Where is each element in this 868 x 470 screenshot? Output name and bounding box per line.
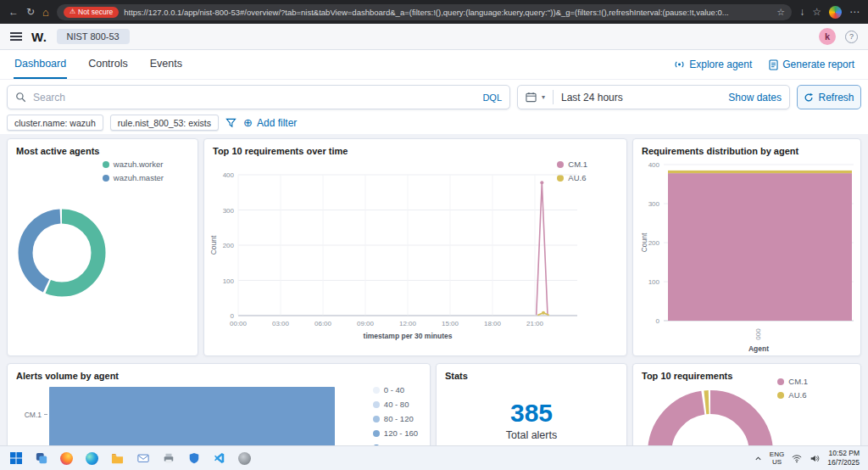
- refresh-label: Refresh: [818, 92, 854, 104]
- dashboard: Most active agents wazuh.workerwazuh.mas…: [0, 134, 868, 470]
- user-avatar[interactable]: k: [819, 28, 836, 45]
- svg-text:15:00: 15:00: [442, 320, 459, 327]
- explore-agent-label: Explore agent: [689, 59, 752, 70]
- legend-label: 40 - 80: [384, 400, 409, 409]
- svg-text:06:00: 06:00: [314, 320, 332, 327]
- language-indicator[interactable]: ENGUS: [770, 450, 784, 466]
- requirements-over-time-line-chart[interactable]: 010020030040000:0003:0006:0009:0012:0015…: [208, 165, 606, 347]
- url-text: https://127.0.0.1/app/nist-800-53#/overv…: [124, 8, 768, 17]
- menu-icon[interactable]: [10, 32, 22, 41]
- panel-title: Top 10 requirements: [633, 364, 860, 381]
- svg-text:000: 000: [754, 328, 762, 340]
- tab-dashboard[interactable]: Dashboard: [14, 50, 67, 79]
- tab-events[interactable]: Events: [149, 50, 183, 79]
- lang-line2: US: [770, 458, 784, 466]
- requirements-distribution-bar-chart[interactable]: 0100200300400000CountAgent: [638, 158, 860, 356]
- axis-tick: [44, 414, 47, 415]
- svg-text:400: 400: [648, 161, 660, 169]
- refresh-button[interactable]: Refresh: [797, 85, 861, 109]
- dql-button[interactable]: DQL: [482, 92, 502, 103]
- tab-bar: Dashboard Controls Events Explore agent …: [0, 50, 868, 80]
- not-secure-badge[interactable]: ⚠Not secure: [64, 7, 119, 18]
- svg-text:Count: Count: [640, 232, 648, 252]
- task-view-icon[interactable]: [34, 451, 48, 466]
- add-filter-button[interactable]: ⊕Add filter: [243, 117, 297, 129]
- favorites-icon[interactable]: ☆: [812, 7, 821, 17]
- address-bar[interactable]: ⚠Not secure https://127.0.0.1/app/nist-8…: [57, 4, 792, 20]
- svg-text:18:00: 18:00: [484, 320, 502, 327]
- legend-item[interactable]: 120 - 160: [373, 428, 418, 438]
- legend-item[interactable]: wazuh.master: [103, 173, 164, 182]
- search-input[interactable]: Search DQL: [7, 85, 510, 109]
- mail-icon[interactable]: [136, 451, 150, 466]
- legend-dot: [103, 161, 109, 168]
- legend-item[interactable]: wazuh.worker: [103, 159, 164, 169]
- filter-funnel-icon[interactable]: [225, 118, 236, 128]
- start-button[interactable]: [8, 451, 23, 466]
- downloads-icon[interactable]: ↓: [799, 7, 804, 17]
- vscode-icon[interactable]: [212, 451, 226, 466]
- panel-title: Most active agents: [8, 139, 198, 156]
- printer-icon[interactable]: [161, 451, 175, 466]
- legend-item[interactable]: CM.1: [777, 377, 808, 386]
- generate-report-label: Generate report: [782, 59, 854, 70]
- wazuh-logo[interactable]: W.: [31, 30, 47, 44]
- stats-label: Total alerts: [437, 429, 626, 441]
- explore-agent-button[interactable]: Explore agent: [674, 59, 752, 70]
- date-picker[interactable]: ▾ Last 24 hours Show dates: [517, 85, 790, 109]
- file-explorer-icon[interactable]: [110, 451, 125, 466]
- browser-refresh-icon[interactable]: ↻: [26, 7, 35, 17]
- firefox-icon[interactable]: [59, 451, 74, 466]
- browser-menu-icon[interactable]: ⋯: [849, 7, 860, 17]
- generate-report-button[interactable]: Generate report: [769, 59, 854, 70]
- legend-item[interactable]: 40 - 80: [373, 400, 418, 409]
- browser-profile-avatar[interactable]: [829, 6, 842, 19]
- not-secure-label: Not secure: [78, 8, 113, 16]
- most-active-agents-donut-chart[interactable]: [11, 190, 181, 351]
- bookmark-star-icon[interactable]: ☆: [776, 7, 785, 18]
- gimp-icon[interactable]: [237, 451, 252, 466]
- legend-dot: [373, 416, 380, 422]
- show-dates-button[interactable]: Show dates: [728, 92, 782, 104]
- svg-text:300: 300: [648, 200, 660, 208]
- wifi-icon[interactable]: [792, 454, 802, 463]
- edge-icon[interactable]: [85, 451, 99, 466]
- svg-text:200: 200: [648, 239, 660, 247]
- home-icon[interactable]: ⌂: [42, 7, 49, 18]
- search-icon: [15, 92, 26, 103]
- heatmap-bar[interactable]: [49, 387, 335, 448]
- filter-chip-rule[interactable]: rule.nist_800_53: exists: [110, 115, 219, 131]
- svg-text:200: 200: [223, 242, 235, 249]
- svg-text:12:00: 12:00: [399, 320, 417, 327]
- filter-chip-cluster[interactable]: cluster.name: wazuh: [7, 115, 103, 131]
- warning-icon: ⚠: [70, 8, 75, 15]
- system-tray: ENGUS 10:52 PM16/7/2025: [754, 449, 861, 467]
- defender-icon[interactable]: [186, 451, 201, 466]
- taskbar-apps: [7, 451, 252, 466]
- help-icon[interactable]: ?: [845, 31, 858, 43]
- lang-line1: ENG: [770, 450, 784, 458]
- panel-title: Alerts volume by agent: [8, 364, 430, 381]
- legend-item[interactable]: 0 - 40: [373, 385, 418, 394]
- tray-overflow-icon[interactable]: [754, 455, 762, 462]
- legend-item[interactable]: 80 - 120: [373, 414, 418, 423]
- search-row: Search DQL ▾ Last 24 hours Show dates Re…: [7, 85, 861, 109]
- calendar-icon[interactable]: [526, 92, 537, 103]
- svg-text:Count: Count: [209, 235, 218, 255]
- time-range-value[interactable]: Last 24 hours: [561, 92, 723, 104]
- svg-text:0: 0: [231, 312, 235, 320]
- windows-taskbar: ENGUS 10:52 PM16/7/2025: [0, 445, 868, 470]
- legend-label: CM.1: [788, 377, 808, 386]
- heatmap-row-label: CM.1: [16, 387, 42, 419]
- alerts-volume-heatmap[interactable]: CM.1: [16, 387, 335, 448]
- legend-dot: [103, 175, 109, 182]
- svg-text:300: 300: [223, 207, 235, 215]
- breadcrumb[interactable]: NIST 800-53: [57, 29, 130, 44]
- filter-row: cluster.name: wazuh rule.nist_800_53: ex…: [7, 115, 297, 131]
- svg-text:100: 100: [648, 278, 660, 286]
- tab-controls[interactable]: Controls: [87, 50, 129, 79]
- volume-icon[interactable]: [810, 454, 820, 463]
- taskbar-clock[interactable]: 10:52 PM16/7/2025: [827, 449, 860, 467]
- legend-label: 120 - 160: [384, 428, 418, 438]
- back-icon[interactable]: ←: [8, 7, 19, 17]
